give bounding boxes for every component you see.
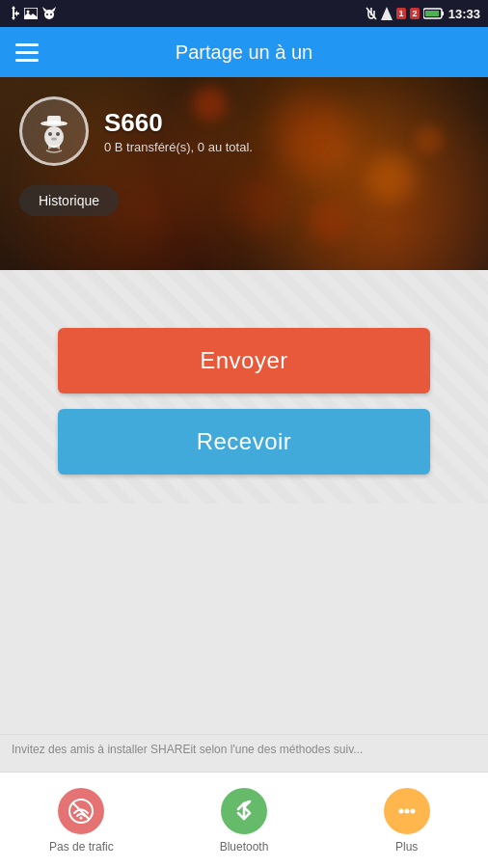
page-wrapper: 1 2 13:33 Partage un à un [0,0,488,868]
bluetooth-icon [230,798,258,825]
recevoir-button[interactable]: Recevoir [58,409,430,475]
svg-rect-14 [442,12,444,15]
bluetooth-icon-circle [221,788,267,834]
svg-rect-15 [425,11,439,16]
status-left-icons [8,6,56,21]
profile-info: S660 0 B transféré(s), 0 au total. [104,108,253,154]
profile-row: S660 0 B transféré(s), 0 au total. [19,96,469,166]
svg-point-27 [404,808,409,813]
svg-point-20 [56,132,60,136]
svg-text:2: 2 [412,9,417,18]
avatar-icon [31,108,77,154]
bottom-nav: Pas de trafic Bluetooth [0,772,488,868]
time-display: 13:33 [448,7,480,21]
bluetooth-label: Bluetooth [220,840,269,854]
header-title: Partage un à un [54,41,434,64]
svg-point-18 [44,126,64,148]
transfer-info: 0 B transféré(s), 0 au total. [104,140,253,154]
svg-marker-8 [381,7,393,20]
nav-item-bluetooth[interactable]: Bluetooth [163,788,326,854]
invite-text: Invitez des amis à installer SHAREit sel… [0,734,488,764]
svg-point-6 [50,14,52,15]
app-header: Partage un à un [0,27,488,77]
pas-trafic-icon-circle [58,788,104,834]
envoyer-button[interactable]: Envoyer [58,328,430,393]
hero-section: S660 0 B transféré(s), 0 au total. Histo… [0,77,488,270]
main-content: Envoyer Recevoir [0,270,488,503]
usb-icon [8,6,19,21]
image-icon [24,8,38,19]
cat-icon [42,7,56,20]
status-right-icons: 1 2 13:33 [366,7,480,21]
svg-point-21 [51,138,57,141]
svg-point-28 [410,808,415,813]
nav-item-plus[interactable]: Plus [325,788,488,854]
svg-point-5 [46,14,48,15]
svg-point-24 [80,816,83,819]
status-bar: 1 2 13:33 [0,0,488,27]
device-name: S660 [104,108,253,138]
svg-text:1: 1 [398,9,403,18]
svg-point-19 [48,132,52,136]
plus-icon-circle [384,788,430,834]
historique-button[interactable]: Historique [19,185,119,216]
notif1-icon: 1 [396,8,406,19]
wifi-icon [381,7,393,20]
svg-rect-17 [47,116,61,124]
plus-label: Plus [395,840,418,854]
svg-point-22 [53,146,56,149]
avatar [19,96,89,166]
mute-icon [366,7,377,20]
nav-item-pas-trafic[interactable]: Pas de trafic [0,788,163,854]
svg-marker-3 [42,7,47,12]
svg-point-26 [398,808,403,813]
battery-icon [423,8,445,19]
plus-icon [393,798,420,825]
svg-marker-4 [51,7,56,12]
pas-trafic-icon [68,798,95,825]
hero-content: S660 0 B transféré(s), 0 au total. Histo… [0,77,488,270]
pas-trafic-label: Pas de trafic [49,840,114,854]
menu-button[interactable] [15,43,39,62]
notif2-icon: 2 [410,8,420,19]
